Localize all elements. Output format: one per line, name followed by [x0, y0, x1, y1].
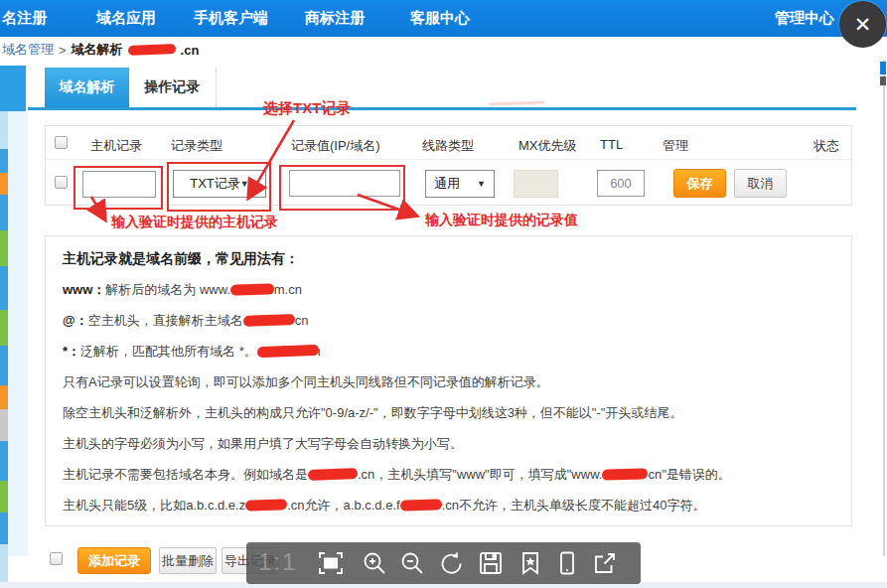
- right-edge-fragment-dark: [880, 76, 886, 85]
- help-box: 主机记录就是域名前缀，常见用法有： www：解析后的域名为 www.com.cn…: [45, 235, 852, 526]
- help-line-charset: 除空主机头和泛解析外，主机头的构成只允许"0-9/a-z/-"，即数字字母中划线…: [63, 405, 834, 420]
- share-icon[interactable]: [592, 550, 618, 576]
- host-record-input[interactable]: [82, 171, 156, 198]
- help-title: 主机记录就是域名前缀，常见用法有：: [63, 251, 834, 266]
- cancel-button[interactable]: 取消: [734, 169, 787, 198]
- help-domain-pre: 主机记录不需要包括域名本身。例如域名是: [63, 467, 308, 482]
- record-value-input[interactable]: [289, 170, 400, 197]
- save-button[interactable]: 保存: [673, 169, 726, 198]
- redaction-scribble: [128, 44, 176, 56]
- header-divider: [46, 159, 851, 160]
- redaction-scribble: [308, 468, 358, 481]
- redaction-scribble: [257, 345, 319, 358]
- col-header-type: 记录类型: [171, 137, 222, 155]
- redaction-scribble: [230, 283, 274, 296]
- right-edge-fragment-blue: [880, 62, 886, 74]
- nav-item-domain-register[interactable]: 名注册: [2, 9, 47, 28]
- nav-item-trademark[interactable]: 商标注册: [305, 9, 365, 28]
- col-header-host: 主机记录: [90, 137, 142, 155]
- device-icon[interactable]: [554, 550, 580, 576]
- add-record-button[interactable]: 添加记录: [77, 547, 151, 574]
- right-page-edge: [883, 60, 885, 556]
- line-type-select[interactable]: 通用▼: [425, 170, 495, 198]
- help-www-text: 解析后的域名为 www.: [105, 282, 230, 297]
- record-type-value: TXT记录: [190, 175, 240, 193]
- record-table: 主机记录 记录类型 记录值(IP/域名) 线路类型 MX优先级 TTL 管理 状…: [45, 125, 852, 206]
- nav-item-manage-center[interactable]: 管理中心▼: [775, 9, 849, 28]
- help-domain-tail: cn"是错误的。: [648, 467, 730, 482]
- redaction-scribble: [400, 499, 442, 511]
- mx-priority-disabled-field: [514, 170, 558, 198]
- annotation-host-hint: 输入验证时提供的主机记录: [111, 214, 278, 231]
- breadcrumb-separator: >: [59, 43, 67, 58]
- help-level-pre: 主机头只能5级，比如a.b.c.d.e.z: [63, 498, 245, 513]
- save-icon[interactable]: [478, 550, 504, 576]
- help-level-tail: .cn不允许，主机头单级长度不能超过40字符。: [442, 498, 706, 513]
- help-line-star: *：泛解析，匹配其他所有域名 *。com.cn: [63, 344, 834, 359]
- help-level-mid: .cn允许，a.b.c.d.e.f: [287, 498, 399, 513]
- col-header-mx: MX优先级: [518, 137, 577, 155]
- redaction-scribble: [602, 468, 648, 481]
- background-pale-panel: [8, 111, 28, 556]
- footer-checkbox[interactable]: [50, 552, 63, 565]
- row-checkbox[interactable]: [55, 176, 68, 189]
- breadcrumb-domain-manage[interactable]: 域名管理: [2, 41, 54, 59]
- bookmark-icon[interactable]: [517, 550, 543, 576]
- col-header-line: 线路类型: [422, 137, 474, 155]
- close-icon: ✕: [854, 13, 872, 37]
- line-type-value: 通用: [434, 175, 460, 193]
- annotation-select-txt: 选择TXT记录: [263, 99, 351, 118]
- zoom-ratio-label: 1:1: [258, 548, 297, 576]
- tab-operation-log[interactable]: 操作记录: [129, 68, 217, 107]
- zoom-out-icon[interactable]: [399, 550, 425, 576]
- ttl-input[interactable]: [597, 170, 645, 197]
- redaction-scribble: [245, 499, 287, 511]
- help-line-at: @：空主机头，直接解析主域名cn: [63, 313, 834, 328]
- redaction-scribble: [243, 314, 295, 327]
- annotation-value-hint: 输入验证时提供的记录值: [425, 212, 578, 229]
- breadcrumb-current: 域名解析: [72, 41, 123, 59]
- chevron-down-icon: ▼: [240, 179, 249, 189]
- nav-item-domain-apps[interactable]: 域名应用: [96, 9, 156, 28]
- nav-item-support[interactable]: 客服中心: [410, 9, 470, 28]
- tab-domain-resolution[interactable]: 域名解析: [45, 68, 129, 107]
- help-at-prefix: @：: [63, 313, 88, 328]
- select-all-checkbox[interactable]: [55, 136, 68, 149]
- breadcrumb: 域名管理 > 域名解析 .cn: [0, 38, 695, 62]
- col-header-value: 记录值(IP/域名): [291, 137, 380, 155]
- help-star-prefix: *：: [63, 344, 80, 359]
- col-header-ttl: TTL: [600, 137, 623, 152]
- chevron-down-icon: ▼: [477, 179, 486, 189]
- help-www-prefix: www：: [63, 282, 105, 297]
- manage-center-label: 管理中心: [775, 9, 834, 26]
- help-line-a-record: 只有A记录可以设置轮询，即可以添加多个同主机头同线路但不同记录值的解析记录。: [63, 374, 834, 389]
- help-line-lowercase: 主机头的字母必须为小写，如果用户填了大写字母会自动转换为小写。: [63, 436, 834, 451]
- help-line-levels: 主机头只能5级，比如a.b.c.d.e.z.cn允许，a.b.c.d.e.f.c…: [63, 498, 834, 513]
- help-domain-mid: .cn，主机头填写"www"即可，填写成"www.: [358, 467, 602, 482]
- breadcrumb-tld: .cn: [181, 43, 200, 58]
- top-navbar: 名注册 域名应用 手机客户端 商标注册 客服中心 管理中心▼: [0, 0, 887, 37]
- record-type-select[interactable]: TXT记录▼: [173, 170, 266, 198]
- help-line-www: www：解析后的域名为 www.com.cn: [63, 282, 834, 297]
- zoom-in-icon[interactable]: [362, 550, 387, 576]
- col-header-status: 状态: [813, 137, 839, 155]
- background-color-strip: [0, 111, 8, 588]
- nav-item-mobile-client[interactable]: 手机客户端: [194, 9, 268, 28]
- viewer-toolbar: 1:1: [246, 542, 641, 584]
- col-header-manage: 管理: [663, 137, 688, 155]
- help-line-domain-self: 主机记录不需要包括域名本身。例如域名是.cn，主机头填写"www"即可，填写成"…: [63, 467, 834, 482]
- background-sidebar-fragment: [0, 66, 26, 111]
- rotate-icon[interactable]: [438, 550, 464, 576]
- fit-screen-icon[interactable]: [318, 550, 344, 576]
- help-at-text: 空主机头，直接解析主域名: [88, 313, 243, 328]
- tabs-underline: [28, 107, 856, 110]
- close-button[interactable]: ✕: [839, 1, 886, 48]
- help-at-tail: cn: [295, 313, 309, 328]
- batch-delete-button[interactable]: 批量删除: [159, 547, 217, 574]
- help-star-text: 泛解析，匹配其他所有域名 *。: [80, 344, 257, 359]
